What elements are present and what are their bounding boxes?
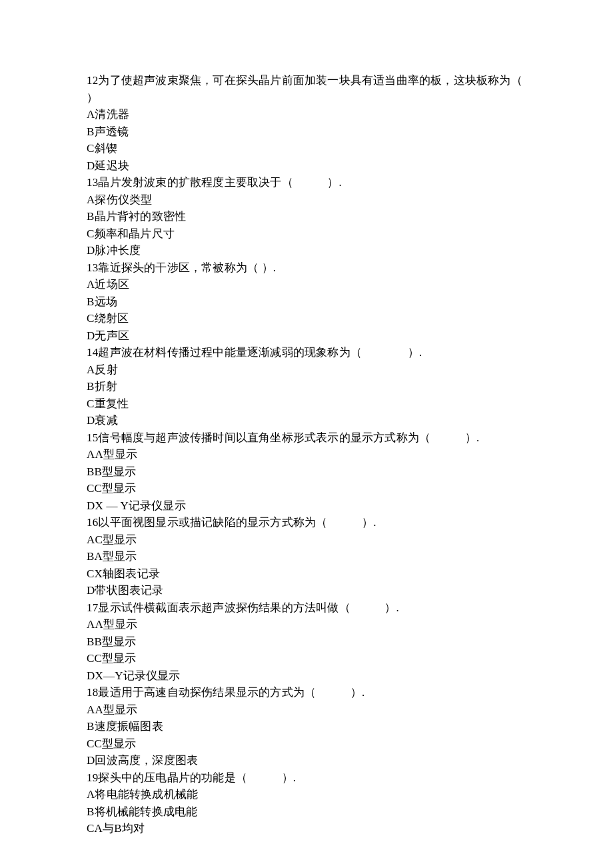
text-line: BB型显示 — [87, 463, 526, 481]
text-line: D衰减 — [87, 412, 526, 429]
text-line: B将机械能转换成电能 — [87, 803, 526, 821]
text-line: A反射 — [87, 361, 526, 379]
text-line: D带状图表记录 — [87, 582, 526, 599]
text-line: 17显示试件横截面表示超声波探伤结果的方法叫做（ ）. — [87, 599, 526, 617]
text-line: A清洗器 — [87, 106, 526, 123]
text-line: BB型显示 — [87, 633, 526, 651]
text-line: CX轴图表记录 — [87, 565, 526, 583]
text-line: A近场区 — [87, 276, 526, 293]
text-line: B折射 — [87, 378, 526, 395]
text-line: D脉冲长度 — [87, 242, 526, 259]
text-line: C绕射区 — [87, 310, 526, 327]
text-line: A探伤仪类型 — [87, 191, 526, 209]
text-line: 19探头中的压电晶片的功能是（ ）. — [87, 769, 526, 787]
text-line: A将电能转换成机械能 — [87, 786, 526, 803]
text-line: AA型显示 — [87, 446, 526, 463]
text-line: C斜锲 — [87, 140, 526, 157]
text-line: DX—Y记录仪显示 — [87, 667, 526, 685]
text-line: DX — Y记录仪显示 — [87, 497, 526, 515]
text-line: B速度振幅图表 — [87, 718, 526, 735]
text-line: C重复性 — [87, 395, 526, 413]
text-line: 13靠近探头的干涉区，常被称为（ ）. — [87, 259, 526, 277]
text-line: 18最适用于高速自动探伤结果显示的方式为（ ）. — [87, 684, 526, 701]
text-line: B远场 — [87, 293, 526, 311]
text-line: 12为了使超声波束聚焦，可在探头晶片前面加装一块具有适当曲率的板，这块板称为（ … — [87, 72, 526, 106]
text-line: AA型显示 — [87, 616, 526, 633]
text-line: CC型显示 — [87, 650, 526, 667]
text-line: D延迟块 — [87, 157, 526, 175]
text-line: D回波高度，深度图表 — [87, 752, 526, 769]
text-line: 16以平面视图显示或描记缺陷的显示方式称为（ ）. — [87, 514, 526, 531]
text-line: CA与B均对 — [87, 820, 526, 837]
text-line: B晶片背衬的致密性 — [87, 208, 526, 225]
text-line: B声透镜 — [87, 123, 526, 141]
text-line: AC型显示 — [87, 531, 526, 549]
text-line: BA型显示 — [87, 548, 526, 565]
text-line: AA型显示 — [87, 701, 526, 719]
text-line: 14超声波在材料传播过程中能量逐渐减弱的现象称为（ ）. — [87, 344, 526, 361]
text-line: 13晶片发射波束的扩散程度主要取决于（ ）. — [87, 174, 526, 191]
text-line: CC型显示 — [87, 735, 526, 753]
text-line: D无声区 — [87, 327, 526, 345]
text-line: CC型显示 — [87, 480, 526, 497]
text-line: C频率和晶片尺寸 — [87, 225, 526, 243]
document-page: 12为了使超声波束聚焦，可在探头晶片前面加装一块具有适当曲率的板，这块板称为（ … — [0, 0, 613, 868]
text-line: 15信号幅度与超声波传播时间以直角坐标形式表示的显示方式称为（ ）. — [87, 429, 526, 447]
